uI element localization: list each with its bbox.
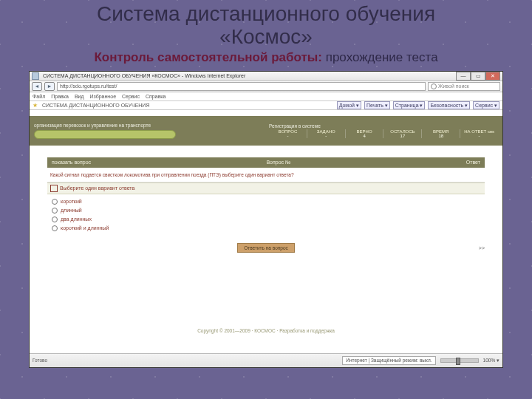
- maximize-button[interactable]: ▭: [471, 72, 485, 81]
- option-row[interactable]: короткий и длинный: [52, 224, 480, 233]
- cmd-tools[interactable]: Сервис ▾: [473, 101, 499, 109]
- cmd-print[interactable]: Печать ▾: [364, 101, 390, 109]
- stats-row: ВОПРОС- ЗАДАНО- ВЕРНО4 ОСТАЛОСЬ17 ВРЕМЯ1…: [269, 129, 498, 138]
- nav-back-button[interactable]: ◄: [32, 82, 42, 91]
- zoom-slider[interactable]: [440, 358, 479, 363]
- choices-instruction: Выберите один вариант ответа: [47, 183, 485, 194]
- cmd-home[interactable]: Домой ▾: [337, 101, 361, 109]
- test-header: организация перевозок и управление на тр…: [30, 116, 502, 146]
- answer-label: Ответ: [466, 160, 480, 165]
- close-button[interactable]: ✕: [485, 72, 500, 81]
- show-question-label: показать вопрос: [52, 160, 91, 165]
- menu-item[interactable]: Сервис: [122, 94, 140, 99]
- favorite-icon[interactable]: ★: [33, 102, 38, 109]
- menu-item[interactable]: Избранное: [90, 94, 116, 99]
- slide-title: Система дистанционного обучения «Космос»: [0, 0, 532, 49]
- question-text: Какой сигнал подается свистком локомотив…: [47, 168, 485, 183]
- question-panel: показать вопрос Вопрос № Ответ Какой сиг…: [47, 157, 485, 253]
- window-title: СИСТЕМА ДИСТАНЦИОННОГО ОБУЧЕНИЯ «КОСМОС»…: [41, 73, 454, 78]
- checkbox-icon: [50, 185, 58, 192]
- option-row[interactable]: длинный: [52, 206, 480, 215]
- options-list: короткий длинный два длинных короткий и …: [47, 194, 485, 236]
- status-text: Готово: [33, 358, 47, 363]
- url-input[interactable]: http://sdo.rgotups.ru/test/: [57, 82, 426, 91]
- slide-subtitle: Контроль самостоятельной работы: прохожд…: [0, 50, 532, 65]
- bookmark-bar: ★ СИСТЕМА ДИСТАНЦИОННОГО ОБУЧЕНИЯ Домой …: [30, 101, 502, 110]
- question-header: показать вопрос Вопрос № Ответ: [47, 157, 485, 168]
- zoom-level[interactable]: 100% ▾: [483, 358, 499, 364]
- security-zone[interactable]: Интернет | Защищённый режим: выкл.: [342, 356, 435, 365]
- command-bar: Домой ▾ Печать ▾ Страница ▾ Безопасность…: [337, 100, 499, 109]
- search-icon: [431, 83, 437, 89]
- search-input[interactable]: Живой поиск: [428, 82, 500, 91]
- menu-item[interactable]: Вид: [75, 94, 84, 99]
- option-row[interactable]: короткий: [52, 197, 480, 206]
- submit-answer-button[interactable]: Ответить на вопрос: [237, 243, 295, 253]
- registration-label: Регистрация в системе: [269, 123, 498, 129]
- page-content: организация перевозок и управление на тр…: [30, 116, 502, 352]
- menu-item[interactable]: Файл: [33, 94, 45, 99]
- next-button[interactable]: >>: [479, 245, 485, 250]
- bookmark-item[interactable]: СИСТЕМА ДИСТАНЦИОННОГО ОБУЧЕНИЯ: [42, 103, 149, 108]
- menu-item[interactable]: Правка: [51, 94, 69, 99]
- option-row[interactable]: два длинных: [52, 215, 480, 224]
- option-radio[interactable]: [52, 208, 58, 214]
- option-radio[interactable]: [52, 225, 58, 231]
- menu-bar: Файл Правка Вид Избранное Сервис Справка: [30, 92, 502, 101]
- question-number-label: Вопрос №: [266, 160, 290, 165]
- status-bar: Готово Интернет | Защищённый режим: выкл…: [30, 353, 502, 367]
- option-radio[interactable]: [52, 216, 58, 222]
- browser-window: СИСТЕМА ДИСТАНЦИОННОГО ОБУЧЕНИЯ «КОСМОС»…: [29, 71, 503, 368]
- address-bar-row: ◄ ► http://sdo.rgotups.ru/test/ Живой по…: [30, 81, 502, 92]
- app-icon: [32, 72, 39, 80]
- window-titlebar: СИСТЕМА ДИСТАНЦИОННОГО ОБУЧЕНИЯ «КОСМОС»…: [30, 72, 502, 81]
- breadcrumb: организация перевозок и управление на тр…: [34, 123, 260, 128]
- page-footer: Copyright © 2001—2009 · КОСМОС · Разрабо…: [47, 328, 485, 333]
- cmd-safety[interactable]: Безопасность ▾: [428, 101, 470, 109]
- nav-forward-button[interactable]: ►: [44, 82, 55, 91]
- option-radio[interactable]: [52, 199, 58, 205]
- cmd-page[interactable]: Страница ▾: [393, 101, 426, 109]
- minimize-button[interactable]: —: [456, 72, 471, 81]
- menu-item[interactable]: Справка: [146, 94, 166, 99]
- discipline-button[interactable]: [34, 130, 176, 139]
